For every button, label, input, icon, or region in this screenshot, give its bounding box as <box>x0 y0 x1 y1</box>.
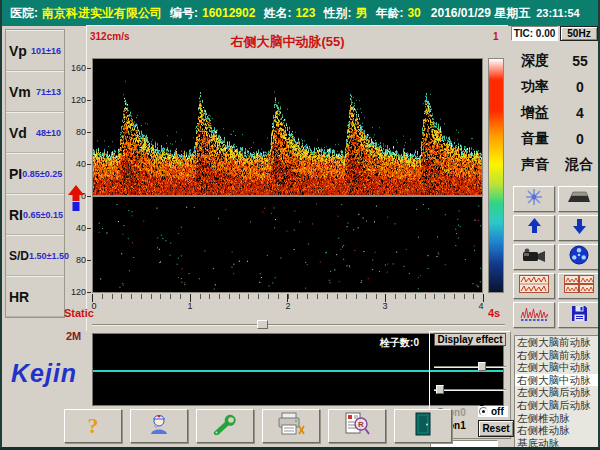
setting-row-depth: 深度55 <box>515 48 599 74</box>
param-label: S/D <box>9 249 29 263</box>
gate-width-value: 13 <box>482 349 494 361</box>
artery-item[interactable]: 右侧大脑后动脉 <box>515 399 599 412</box>
setting-label: 音量 <box>521 130 549 148</box>
setting-value: 0 <box>567 131 593 147</box>
timeline-slider-thumb[interactable] <box>257 320 268 329</box>
y-tick-label: 120 <box>62 95 86 105</box>
record-camera-button[interactable] <box>513 244 555 270</box>
param-label: HR <box>9 289 29 305</box>
scroll-up-button[interactable] <box>513 215 555 241</box>
setting-row-gain: 增益4 <box>515 100 599 126</box>
artery-item[interactable]: 左侧大脑前动脉 <box>515 336 599 349</box>
y-tick <box>87 260 91 261</box>
weak-signal-radio-off[interactable]: off <box>478 406 508 417</box>
tray-eject-button[interactable] <box>558 186 600 212</box>
printer-icon <box>276 412 306 440</box>
question-mark-icon: ? <box>88 413 99 439</box>
patient-case-button[interactable] <box>130 409 188 443</box>
y-tick-label: 40 <box>62 223 86 233</box>
setting-label: 功率 <box>521 78 549 96</box>
setting-value: 混合 <box>565 156 593 174</box>
save-button[interactable] <box>558 302 600 328</box>
film-reel-icon <box>569 245 589 269</box>
param-row-ri: RI0.65±0.15 <box>6 194 64 235</box>
param-value: 48±10 <box>36 128 61 138</box>
slider-groove <box>92 324 505 326</box>
param-label: Vm <box>9 84 31 100</box>
setting-row-sound: 声音混合 <box>515 152 599 178</box>
y-tick <box>87 68 91 69</box>
quad-trace-layout-button[interactable] <box>558 273 600 299</box>
snowflake-icon <box>525 188 543 210</box>
report-review-button[interactable]: R <box>328 409 386 443</box>
scroll-down-button[interactable] <box>558 215 600 241</box>
patient-case-icon <box>147 412 171 440</box>
exit-button[interactable] <box>394 409 452 443</box>
gate-width-label: 门宽: <box>446 349 472 361</box>
artery-item[interactable]: 左侧椎动脉 <box>515 412 599 425</box>
freeze-button[interactable] <box>513 186 555 212</box>
gender-label: 性别: <box>323 5 351 22</box>
tic-readout: TIC: 0.00 <box>511 26 558 41</box>
artery-item[interactable]: 左侧大脑后动脉 <box>515 386 599 399</box>
settings-button[interactable] <box>196 409 254 443</box>
dual-trace-icon <box>519 275 549 297</box>
static-mode-label: Static <box>64 307 94 319</box>
tcd-application-window: 医院: 南京科进实业有限公司 编号: 16012902 姓名: 123 性别: … <box>0 0 600 450</box>
embolus-count: 栓子数:0 <box>380 336 419 350</box>
id-value: 16012902 <box>202 6 255 20</box>
spectrum-view-button[interactable] <box>513 302 555 328</box>
hemodynamic-parameter-panel: Vp101±16 Vm71±13 Vd48±10 PI0.85±0.25 RI0… <box>5 29 65 318</box>
dual-trace-layout-button[interactable] <box>513 273 555 299</box>
gate-width-slider[interactable] <box>434 362 506 371</box>
help-button[interactable]: ? <box>64 409 122 443</box>
param-label: Vd <box>9 125 27 141</box>
y-tick-label: 80 <box>62 127 86 137</box>
artery-item[interactable]: 右侧椎动脉 <box>515 424 599 437</box>
y-tick <box>87 164 91 165</box>
reset-button[interactable]: Reset <box>478 420 514 437</box>
param-row-sd: S/D1.50±1.50 <box>6 235 64 276</box>
y-tick <box>87 100 91 101</box>
param-value: 0.85±0.25 <box>22 169 62 179</box>
artery-item[interactable]: 右侧大脑前动脉 <box>515 349 599 362</box>
playback-reel-button[interactable] <box>558 244 600 270</box>
y-tick <box>87 196 91 197</box>
spectrogram-canvas <box>93 59 482 292</box>
print-button[interactable] <box>262 409 320 443</box>
age-value: 30 <box>407 6 420 20</box>
hospital-value: 南京科进实业有限公司 <box>42 5 162 22</box>
timeline-scrollbar[interactable] <box>92 320 505 329</box>
gender-value: 男 <box>355 5 367 22</box>
probe-frequency-label: 2M <box>66 330 81 342</box>
sharp-slider[interactable] <box>434 385 506 394</box>
time-text: 23:11:54 <box>536 7 579 19</box>
gate-slider-thumb[interactable] <box>478 362 486 371</box>
wall-filter-button[interactable]: 50Hz <box>560 26 598 41</box>
y-tick-label: 80 <box>62 255 86 265</box>
artery-item[interactable]: 左侧大脑中动脉 <box>515 361 599 374</box>
baseline-marker-icon[interactable] <box>67 185 85 217</box>
param-value: 71±13 <box>36 87 61 97</box>
artery-item[interactable]: 右侧大脑中动脉 <box>515 374 599 387</box>
name-label: 姓名: <box>263 5 291 22</box>
param-row-pi: PI0.85±0.25 <box>6 153 64 194</box>
x-tick-label: 2 <box>285 301 290 311</box>
setting-label: 深度 <box>521 52 549 70</box>
setting-label: 增益 <box>521 104 549 122</box>
arrow-up-icon <box>527 218 542 238</box>
param-value: 0.65±0.15 <box>23 210 63 220</box>
wrench-icon <box>212 413 238 439</box>
intensity-colorbar <box>488 58 504 293</box>
x-tick-label: 1 <box>187 301 192 311</box>
artery-item[interactable]: 基底动脉 <box>515 437 599 449</box>
param-label: RI <box>9 207 23 223</box>
name-value: 123 <box>295 6 315 20</box>
sharp-slider-thumb[interactable] <box>436 385 444 394</box>
artery-selection-list[interactable]: 左侧大脑前动脉 右侧大脑前动脉 左侧大脑中动脉 右侧大脑中动脉 左侧大脑后动脉 … <box>514 335 600 449</box>
report-magnifier-icon: R <box>344 412 370 440</box>
param-row-vd: Vd48±10 <box>6 112 64 153</box>
arrow-down-icon <box>572 218 587 238</box>
date-text: 2016/01/29 星期五 <box>431 5 530 22</box>
age-label: 年龄: <box>375 5 403 22</box>
